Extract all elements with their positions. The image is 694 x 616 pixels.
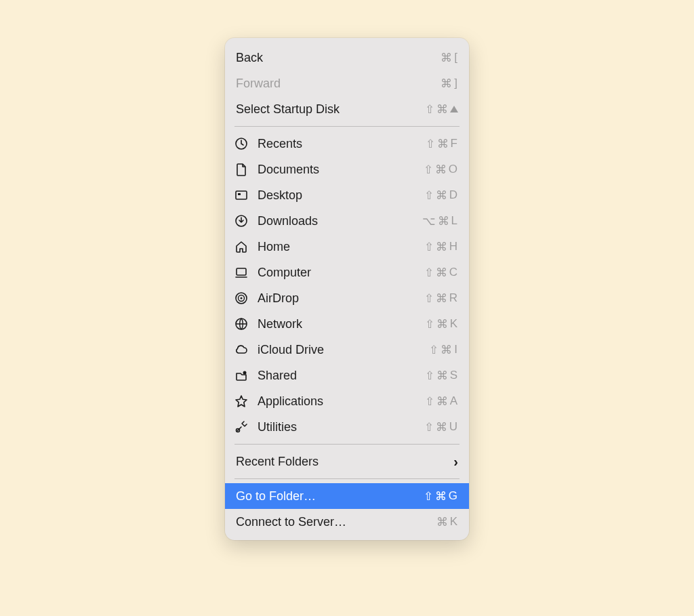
menu-item-shortcut: ⇧⌘G [424,489,458,504]
menu-item-shortcut: ⌥⌘L [422,214,458,228]
menu-item-label: Utilities [258,420,424,434]
menu-item-shortcut: ⇧⌘C [424,266,458,280]
menu-item-label: Recent Folders [236,455,453,469]
menu-item-shortcut: ⇧⌘F [426,137,458,151]
clock-icon [234,137,258,150]
menu-item-shortcut: ⇧⌘D [424,188,458,203]
utilities-icon [234,420,258,434]
menu-item-shared[interactable]: Shared⇧⌘S [225,363,469,388]
menu-item-label: Shared [258,369,425,383]
network-icon [234,317,258,331]
menu-item-label: iCloud Drive [258,343,429,357]
menu-item-shortcut: ⇧⌘ [425,102,458,117]
menu-item-shortcut: ⇧⌘A [425,394,458,409]
menu-item-label: Downloads [258,214,422,228]
menu-item-shortcut: ⌘[ [441,51,458,65]
shared-icon [234,369,258,382]
home-icon [234,240,258,253]
menu-item-utilities[interactable]: Utilities⇧⌘U [225,414,469,440]
menu-item-label: Documents [258,163,424,177]
menu-item-icloud-drive[interactable]: iCloud Drive⇧⌘I [225,337,469,363]
menu-item-label: Home [258,240,424,254]
menu-separator [234,478,460,479]
document-icon [234,163,258,176]
menu-item-label: Applications [258,394,425,409]
menu-item-shortcut: ⇧⌘R [424,291,458,306]
menu-item-label: Go to Folder… [236,489,424,504]
menu-item-shortcut: ⌘K [436,515,458,529]
computer-icon [234,266,258,279]
menu-item-label: Computer [258,266,424,280]
menu-item-label: Back [236,51,441,65]
menu-item-shortcut: ⇧⌘U [424,420,458,434]
menu-item-label: Recents [258,137,426,151]
menu-item-recents[interactable]: Recents⇧⌘F [225,131,469,157]
menu-item-label: Connect to Server… [236,515,436,529]
menu-item-shortcut: ⇧⌘H [424,240,458,254]
go-menu[interactable]: Back⌘[Forward⌘]Select Startup Disk⇧⌘Rece… [225,38,469,540]
menu-item-connect-to-server[interactable]: Connect to Server…⌘K [225,509,469,535]
menu-separator [234,126,460,127]
menu-item-applications[interactable]: Applications⇧⌘A [225,388,469,414]
menu-item-network[interactable]: Network⇧⌘K [225,311,469,337]
menu-item-back[interactable]: Back⌘[ [225,45,469,70]
menu-item-recent-folders[interactable]: Recent Folders› [225,449,469,474]
menu-item-airdrop[interactable]: AirDrop⇧⌘R [225,285,469,311]
menu-item-label: Forward [236,77,441,91]
menu-item-label: Select Startup Disk [236,102,425,117]
menu-item-downloads[interactable]: Downloads⌥⌘L [225,208,469,234]
applications-icon [234,394,258,408]
menu-item-computer[interactable]: Computer⇧⌘C [225,260,469,285]
desktop-icon [234,188,258,202]
airdrop-icon [234,291,258,305]
menu-item-desktop[interactable]: Desktop⇧⌘D [225,182,469,208]
menu-item-shortcut: ⇧⌘I [429,343,458,357]
cloud-icon [234,343,258,356]
download-icon [234,214,258,228]
menu-item-label: Network [258,317,425,331]
menu-separator [234,444,460,445]
menu-item-label: Desktop [258,188,424,203]
menu-item-forward: Forward⌘] [225,70,469,96]
menu-item-go-to-folder[interactable]: Go to Folder…⇧⌘G [225,483,469,509]
menu-item-shortcut: ⌘] [441,77,458,91]
menu-item-shortcut: ⇧⌘K [425,317,458,331]
menu-item-documents[interactable]: Documents⇧⌘O [225,157,469,182]
menu-item-select-startup-disk[interactable]: Select Startup Disk⇧⌘ [225,96,469,122]
menu-item-label: AirDrop [258,291,424,306]
menu-item-shortcut: ⇧⌘S [425,369,458,383]
menu-item-shortcut: ⇧⌘O [424,163,458,177]
menu-item-home[interactable]: Home⇧⌘H [225,234,469,260]
chevron-right-icon: › [453,454,458,470]
